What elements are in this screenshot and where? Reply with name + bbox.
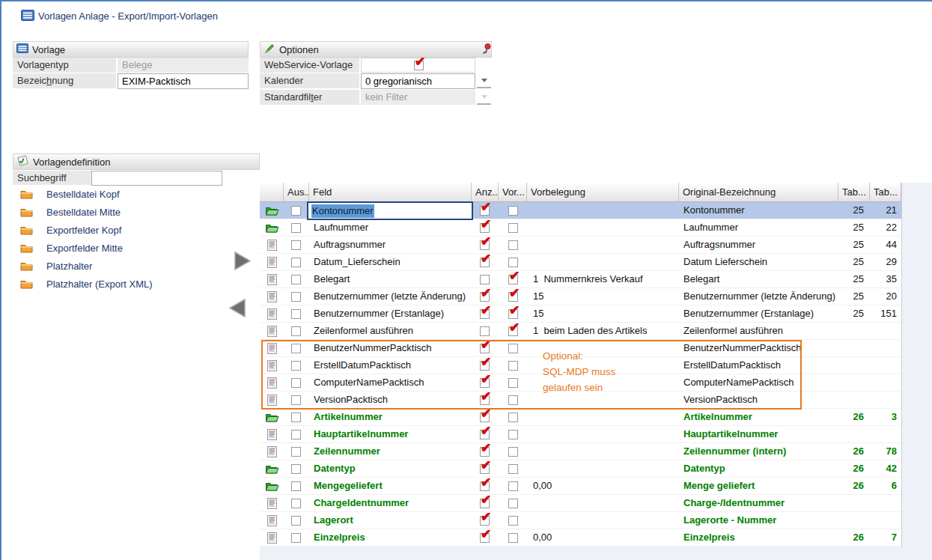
aus-checkbox[interactable] [291, 309, 301, 319]
bezeichnung-input[interactable]: EXIM-Packtisch [118, 73, 249, 89]
aus-checkbox[interactable] [291, 344, 301, 353]
optionen-group-title: Optionen [279, 44, 319, 55]
table-row[interactable]: Laufnummer✔Laufnummer2522 [260, 219, 901, 237]
folder-item[interactable]: Bestelldatei Kopf [13, 186, 165, 204]
folder-item[interactable]: Exportfelder Mitte [13, 240, 165, 258]
red-check-icon: ✔ [481, 442, 491, 454]
kalender-dropdown-button[interactable] [477, 73, 491, 88]
aus-checkbox[interactable] [291, 206, 301, 216]
aus-checkbox[interactable] [291, 481, 301, 491]
table-row[interactable]: Belegart✔1 Nummernkreis VerkaufBelegart2… [260, 271, 901, 288]
table-row[interactable]: Auftragsnummer✔Auftragsnummer2544 [260, 237, 901, 254]
aus-checkbox[interactable] [291, 395, 301, 405]
vorbelegung-checkbox[interactable] [508, 481, 518, 491]
vorbelegung-checkbox[interactable] [508, 258, 518, 267]
table-row[interactable]: Zeilennummer✔Zeilennummer (intern)2678 [260, 443, 901, 460]
folder-item[interactable]: Platzhalter (Export XML) [13, 276, 165, 293]
anzeigen-checkbox[interactable]: ✔ [480, 240, 490, 250]
anzeigen-checkbox[interactable]: ✔ [480, 481, 490, 491]
vorbelegung-checkbox[interactable] [508, 344, 518, 353]
anzeigen-checkbox[interactable]: ✔ [480, 344, 490, 353]
aus-checkbox[interactable] [291, 499, 301, 508]
aus-checkbox[interactable] [291, 516, 301, 526]
table-row[interactable]: ErstellDatumPacktisch✔ErstellDatumPackti… [260, 357, 901, 374]
anzeigen-checkbox[interactable]: ✔ [480, 516, 490, 526]
suchbegriff-input[interactable] [91, 171, 222, 186]
anzeigen-checkbox[interactable]: ✔ [480, 292, 490, 302]
vorbelegung-checkbox[interactable]: ✔ [508, 326, 518, 336]
table-row[interactable]: ComputerNamePacktisch✔ComputerNamePackti… [260, 374, 901, 392]
vorbelegung-checkbox[interactable]: ✔ [508, 309, 518, 319]
anzeigen-checkbox[interactable]: ✔ [480, 413, 490, 422]
anzeigen-checkbox[interactable] [480, 326, 490, 336]
table-row[interactable]: Benutzernummer (letzte Änderung)✔✔15Benu… [260, 288, 901, 305]
red-check-icon: ✔ [481, 528, 491, 541]
vorbelegung-checkbox[interactable] [508, 240, 518, 250]
table-row[interactable]: Kontonummer✔Kontonummer2521 [260, 202, 901, 219]
anzeigen-checkbox[interactable]: ✔ [480, 309, 490, 319]
pin-icon[interactable] [481, 43, 492, 58]
aus-checkbox[interactable] [291, 413, 301, 422]
anzeigen-checkbox[interactable]: ✔ [480, 533, 490, 543]
aus-checkbox[interactable] [291, 378, 301, 388]
table-row[interactable]: Artikelnummer✔Artikelnummer263 [260, 409, 901, 426]
move-right-button[interactable] [232, 251, 255, 272]
table-row[interactable]: ChargeIdentnummer✔Charge-/Identnummer [260, 495, 901, 512]
vorbelegung-checkbox[interactable] [508, 464, 518, 474]
aus-checkbox[interactable] [291, 464, 301, 474]
anzeigen-checkbox[interactable]: ✔ [480, 378, 490, 388]
anzeigen-checkbox[interactable]: ✔ [480, 258, 490, 267]
vorbelegung-checkbox[interactable]: ✔ [508, 292, 518, 302]
tabelle2-cell: 20 [870, 288, 897, 305]
vorbelegung-checkbox[interactable] [508, 447, 518, 457]
aus-checkbox[interactable] [291, 533, 301, 543]
aus-checkbox[interactable] [291, 430, 301, 439]
anzeigen-checkbox[interactable]: ✔ [480, 430, 490, 439]
vorbelegung-checkbox[interactable] [508, 223, 518, 233]
folder-item[interactable]: Platzhalter [13, 258, 165, 276]
aus-checkbox[interactable] [291, 240, 301, 250]
table-row[interactable]: Lagerort✔Lagerorte - Nummer [260, 512, 901, 529]
table-row[interactable]: Zeilenformel ausführen✔1 beim Laden des … [260, 323, 901, 340]
anzeigen-checkbox[interactable]: ✔ [480, 499, 490, 508]
aus-checkbox[interactable] [291, 258, 301, 267]
red-check-icon: ✔ [481, 201, 491, 213]
aus-checkbox[interactable] [291, 326, 301, 336]
move-left-button[interactable] [227, 298, 249, 319]
anzeigen-checkbox[interactable]: ✔ [480, 395, 490, 405]
vorbelegung-checkbox[interactable] [508, 533, 518, 543]
anzeigen-checkbox[interactable] [480, 275, 490, 284]
vorbelegung-checkbox[interactable] [508, 499, 518, 508]
table-row[interactable]: Einzelpreis✔0,00Einzelpreis267 [260, 529, 901, 547]
table-row[interactable]: Benutzernummer (Erstanlage)✔✔15Benutzern… [260, 305, 901, 323]
table-row[interactable]: BenutzerNummerPacktisch✔BenutzerNummerPa… [260, 340, 901, 357]
vorbelegung-checkbox[interactable] [508, 378, 518, 388]
feld-edit-input[interactable]: Kontonummer [307, 201, 473, 220]
aus-checkbox[interactable] [291, 292, 301, 302]
vorbelegung-checkbox[interactable] [508, 413, 518, 422]
vorbelegung-checkbox[interactable] [508, 361, 518, 371]
anzeigen-checkbox[interactable]: ✔ [480, 361, 490, 371]
aus-checkbox[interactable] [291, 223, 301, 233]
anzeigen-checkbox[interactable]: ✔ [480, 464, 490, 474]
aus-checkbox[interactable] [291, 447, 301, 457]
vorbelegung-checkbox[interactable] [508, 206, 518, 216]
vorbelegung-checkbox[interactable] [508, 395, 518, 405]
vorbelegung-checkbox[interactable]: ✔ [508, 275, 518, 284]
table-row[interactable]: Mengegeliefert✔0,00Menge geliefert266 [260, 478, 901, 495]
aus-checkbox[interactable] [291, 275, 301, 284]
vorbelegung-checkbox[interactable] [508, 430, 518, 439]
table-row[interactable]: Datentyp✔Datentyp2642 [260, 460, 901, 478]
table-row[interactable]: VersionPacktisch✔VersionPacktisch [260, 392, 901, 409]
vorbelegung-checkbox[interactable] [508, 516, 518, 526]
table-row[interactable]: Hauptartikelnummer✔Hauptartikelnummer [260, 426, 901, 443]
anzeigen-checkbox[interactable]: ✔ [480, 447, 490, 457]
kalender-select[interactable]: 0 gregorianisch [361, 73, 475, 89]
anzeigen-checkbox[interactable]: ✔ [480, 206, 490, 216]
folder-item[interactable]: Exportfelder Kopf [13, 222, 165, 240]
anzeigen-checkbox[interactable]: ✔ [480, 223, 490, 233]
table-row[interactable]: Datum_Lieferschein✔Datum Lieferschein252… [260, 254, 901, 271]
folder-item[interactable]: Bestelldatei Mitte [13, 204, 165, 222]
webservice-vorlage-checkbox[interactable]: ✔ [414, 61, 424, 70]
aus-checkbox[interactable] [291, 361, 301, 371]
